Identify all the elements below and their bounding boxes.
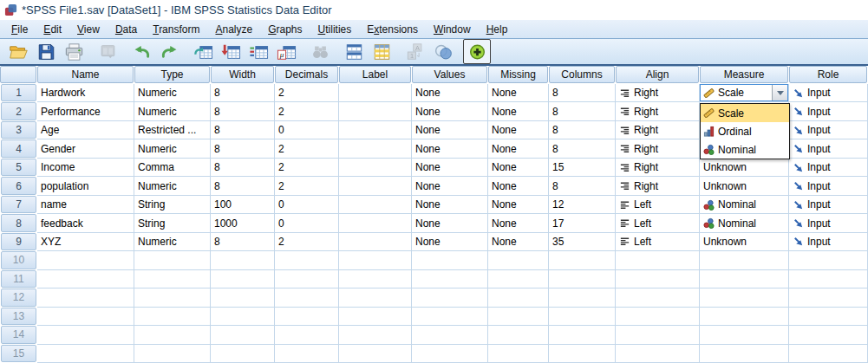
cell-11-name[interactable] — [37, 270, 134, 288]
cell-6-decimals[interactable]: 2 — [275, 177, 339, 195]
cell-12-width[interactable] — [211, 288, 275, 307]
cell-6-columns[interactable]: 8 — [549, 177, 616, 195]
cell-8-columns[interactable]: 17 — [549, 214, 616, 232]
cell-15-role[interactable] — [789, 345, 868, 363]
cell-2-decimals[interactable]: 2 — [275, 102, 339, 120]
cell-12-decimals[interactable] — [275, 288, 339, 307]
cell-1-columns[interactable]: 8 — [549, 84, 616, 102]
use-variable-sets-button[interactable] — [429, 39, 457, 64]
cell-11-role[interactable] — [789, 270, 868, 288]
variables-button[interactable] — [245, 39, 272, 64]
cell-13-width[interactable] — [211, 308, 275, 326]
row-header-13[interactable]: 13 — [1, 308, 36, 325]
cell-7-type[interactable]: String — [134, 196, 211, 214]
cell-11-label[interactable] — [339, 270, 412, 288]
cell-13-columns[interactable] — [549, 308, 616, 326]
cell-15-values[interactable] — [412, 345, 488, 363]
row-header-11[interactable]: 11 — [1, 270, 36, 288]
open-data-button[interactable] — [4, 39, 32, 64]
goto-variable-button[interactable] — [217, 39, 245, 64]
cell-13-measure[interactable] — [700, 308, 789, 326]
cell-14-role[interactable] — [789, 326, 868, 344]
cell-8-missing[interactable]: None — [488, 214, 549, 232]
cell-1-role[interactable]: Input — [789, 84, 868, 102]
cell-3-name[interactable]: Age — [37, 121, 134, 139]
cell-3-values[interactable]: None — [412, 121, 488, 139]
row-header-2[interactable]: 2 — [1, 102, 36, 120]
cell-10-type[interactable] — [134, 251, 211, 269]
cell-4-role[interactable]: Input — [789, 139, 868, 158]
descriptives-button[interactable]: μ — [272, 39, 300, 64]
column-header-width[interactable]: Width — [211, 66, 274, 83]
cell-11-measure[interactable] — [700, 270, 789, 288]
cell-1-align[interactable]: Right — [616, 84, 700, 102]
cell-3-label[interactable] — [339, 121, 412, 139]
cell-1-label[interactable] — [339, 84, 412, 102]
row-header-7[interactable]: 7 — [1, 196, 36, 213]
cell-12-align[interactable] — [616, 288, 700, 307]
cell-1-missing[interactable]: None — [488, 84, 549, 102]
save-button[interactable] — [32, 39, 60, 64]
cell-4-label[interactable] — [339, 139, 412, 158]
cell-2-columns[interactable]: 8 — [549, 102, 616, 120]
cell-4-align[interactable]: Right — [616, 139, 700, 158]
cell-6-label[interactable] — [339, 177, 412, 195]
column-header-decimals[interactable]: Decimals — [275, 66, 338, 83]
cell-15-align[interactable] — [616, 345, 700, 363]
cell-6-role[interactable]: Input — [789, 177, 868, 195]
row-header-12[interactable]: 12 — [1, 288, 36, 306]
cell-5-name[interactable]: Income — [37, 159, 134, 177]
cell-11-missing[interactable] — [488, 270, 549, 288]
cell-8-align[interactable]: Left — [616, 214, 700, 232]
cell-6-measure[interactable]: Unknown — [700, 177, 789, 195]
dropdown-arrow-button[interactable] — [772, 85, 787, 100]
split-file-button[interactable] — [340, 39, 368, 64]
cell-2-width[interactable]: 8 — [211, 102, 275, 120]
cell-7-role[interactable]: Input — [789, 196, 868, 214]
value-labels-button[interactable]: A1 — [401, 39, 429, 64]
redo-button[interactable] — [155, 39, 183, 64]
cell-10-width[interactable] — [211, 251, 275, 269]
cell-4-missing[interactable]: None — [488, 139, 549, 158]
cell-7-name[interactable]: name — [37, 196, 134, 214]
menu-item-view[interactable]: View — [69, 22, 108, 37]
cell-5-label[interactable] — [339, 159, 412, 177]
cell-6-missing[interactable]: None — [488, 177, 549, 195]
menu-item-file[interactable]: File — [3, 22, 36, 37]
row-header-15[interactable]: 15 — [1, 345, 36, 362]
row-header-14[interactable]: 14 — [1, 326, 36, 343]
cell-15-label[interactable] — [339, 345, 412, 363]
row-header-4[interactable]: 4 — [1, 139, 36, 157]
column-header-columns[interactable]: Columns — [549, 66, 615, 83]
cell-11-type[interactable] — [134, 270, 211, 288]
cell-6-name[interactable]: population — [37, 177, 134, 195]
cell-7-missing[interactable]: None — [488, 196, 549, 214]
cell-14-type[interactable] — [134, 326, 211, 344]
goto-case-button[interactable] — [189, 39, 217, 64]
cell-15-type[interactable] — [134, 345, 211, 363]
cell-2-name[interactable]: Performance — [37, 102, 134, 120]
cell-9-name[interactable]: XYZ — [37, 233, 134, 251]
cell-10-columns[interactable] — [549, 251, 616, 269]
measure-option-nominal[interactable]: Nominal — [701, 140, 789, 159]
cell-9-values[interactable]: None — [412, 233, 488, 251]
cell-11-decimals[interactable] — [275, 270, 339, 288]
cell-8-role[interactable]: Input — [789, 214, 868, 232]
cell-7-columns[interactable]: 12 — [549, 196, 616, 214]
column-header-align[interactable]: Align — [616, 66, 699, 83]
cell-8-values[interactable]: None — [412, 214, 488, 232]
cell-9-missing[interactable]: None — [488, 233, 549, 251]
show-all-variables-button[interactable] — [463, 39, 491, 64]
cell-14-missing[interactable] — [488, 326, 549, 344]
undo-button[interactable] — [127, 39, 155, 64]
cell-2-align[interactable]: Right — [616, 102, 700, 120]
cell-7-decimals[interactable]: 0 — [275, 196, 339, 214]
cell-4-columns[interactable]: 8 — [549, 139, 616, 158]
cell-13-role[interactable] — [789, 308, 868, 326]
cell-9-align[interactable]: Left — [616, 233, 700, 251]
row-header-9[interactable]: 9 — [1, 233, 36, 250]
select-cases-button[interactable] — [368, 39, 395, 64]
cell-13-decimals[interactable] — [275, 308, 339, 326]
cell-15-decimals[interactable] — [275, 345, 339, 363]
corner-cell[interactable] — [0, 66, 36, 83]
